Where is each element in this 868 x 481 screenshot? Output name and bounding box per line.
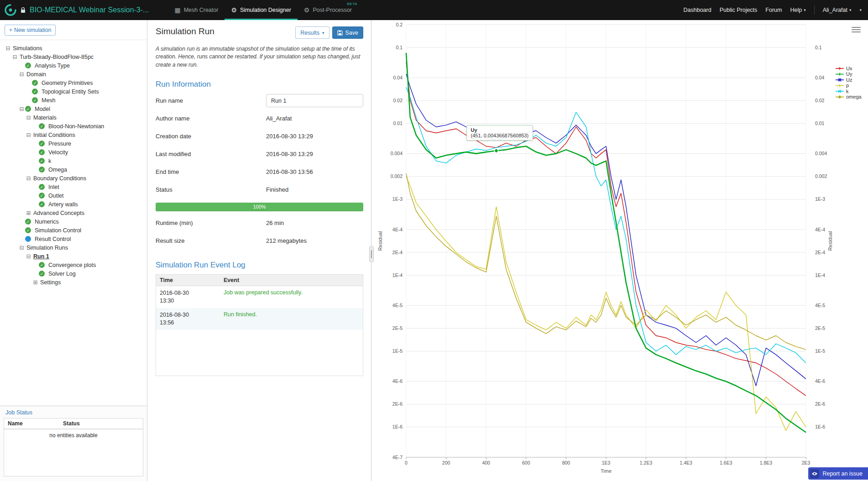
report-issue-label: Report an issue (822, 471, 863, 477)
progress-label: 100% (156, 203, 363, 211)
collapse-node-icon[interactable]: ⊟ (18, 245, 25, 251)
results-button[interactable]: Results ▾ (295, 26, 329, 39)
field-value: Ali_Arafat (266, 115, 292, 122)
field-label: Run name (156, 97, 266, 104)
svg-text:1E-6: 1E-6 (815, 424, 825, 429)
project-title[interactable]: BIO-MEDICAL Webinar Session-3-... (30, 6, 149, 14)
tree-item-pressure[interactable]: ✓Pressure (2, 139, 145, 148)
page-title: Simulation Run (156, 26, 214, 37)
tree-indent (32, 262, 39, 268)
panel-actions: Results ▾ Save (295, 26, 363, 39)
tree-item-turb-steady-bloodflow-85pc[interactable]: ⊟Turb-Steady-BloodFlow-85pc (2, 52, 145, 61)
tree-item-label: Outlet (47, 193, 65, 199)
tab-post-processor[interactable]: ⚙ Post-Processor BETA (298, 0, 358, 20)
nav-user-menu[interactable]: Ali_Arafat ▾ (823, 7, 852, 13)
tree-item-outlet[interactable]: ✓Outlet (2, 191, 145, 200)
tree-item-advanced-concepts[interactable]: ⊞Advanced Concepts (2, 209, 145, 217)
tree-item-k[interactable]: ✓k (2, 157, 145, 165)
tree-item-boundary-conditions[interactable]: ⊟Boundary Conditions (2, 174, 145, 183)
panel-resize-handle[interactable] (369, 246, 374, 262)
tree-item-mesh[interactable]: ✓Mesh (2, 96, 145, 105)
simscale-logo-icon[interactable] (5, 4, 16, 16)
svg-text:Ux: Ux (846, 66, 852, 71)
tree-item-label: Materials (32, 115, 58, 121)
simulation-tree: ⊟Simulations⊟Turb-Steady-BloodFlow-85pc … (0, 40, 147, 405)
tree-item-simulation-control[interactable]: ✓Simulation Control (2, 226, 145, 235)
field-row-creation-date: Creation date2016-08-30 13:29 (156, 127, 363, 145)
report-issue-button[interactable]: Report an issue (808, 467, 868, 480)
check-icon: ✓ (39, 271, 45, 277)
run-information-heading: Run Information (156, 80, 363, 89)
check-icon: ✓ (25, 219, 31, 225)
navbar-links: Dashboard Public Projects Forum Help ▾ A… (684, 6, 868, 14)
tree-item-topological-entity-sets[interactable]: ✓Topological Entity Sets (2, 87, 145, 96)
collapse-node-icon[interactable]: ⊟ (5, 46, 11, 51)
tree-item-analysis-type[interactable]: ✓Analysis Type (2, 61, 145, 70)
expand-node-icon[interactable]: ⊞ (32, 280, 39, 285)
check-icon: ✓ (25, 106, 31, 112)
tree-indent (32, 184, 39, 190)
collapse-node-icon[interactable]: ⊟ (25, 132, 32, 138)
new-simulation-button[interactable]: + New simulation (5, 25, 56, 36)
chart-menu-button[interactable] (852, 26, 861, 34)
check-icon: ✓ (32, 97, 38, 103)
tree-item-simulation-runs[interactable]: ⊟Simulation Runs (2, 243, 145, 252)
svg-text:0.1: 0.1 (396, 45, 403, 50)
tab-simulation-designer[interactable]: ⚙ Simulation Designer (225, 0, 297, 20)
chevron-down-icon: ▾ (322, 31, 324, 35)
tree-item-convergence-plots[interactable]: ✓Convergence plots (2, 261, 145, 269)
tree-indent (18, 236, 25, 242)
nav-help-menu[interactable]: Help ▾ (790, 7, 805, 13)
tree-item-blood-non-newtonian[interactable]: ✓Blood-Non-Newtonian (2, 122, 145, 131)
collapse-node-icon[interactable]: ⊟ (11, 54, 18, 60)
tree-item-geometry-primitives[interactable]: ✓Geometry Primitives (2, 78, 145, 87)
tree-item-velocity[interactable]: ✓Velocity (2, 148, 145, 157)
run-name-input[interactable] (266, 94, 363, 107)
tree-item-run-1[interactable]: ⊟Run 1 (2, 252, 145, 261)
tree-indent (32, 167, 39, 173)
chevron-down-icon[interactable]: ▾ (859, 8, 862, 12)
convergence-plot[interactable]: 0.20.10.10.040.040.020.020.010.010.0040.… (372, 20, 868, 481)
tree-item-label: Artery walls (47, 201, 79, 208)
nav-dashboard[interactable]: Dashboard (684, 7, 711, 13)
svg-text:1.8E3: 1.8E3 (760, 460, 773, 465)
tree-item-simulations[interactable]: ⊟Simulations (2, 44, 145, 52)
svg-text:1E-4: 1E-4 (392, 272, 403, 278)
tree-item-initial-conditions[interactable]: ⊟Initial Conditions (2, 131, 145, 139)
svg-text:0.002: 0.002 (391, 173, 403, 179)
collapse-node-icon[interactable]: ⊟ (25, 254, 32, 259)
field-label: Last modified (156, 151, 266, 157)
tree-item-inlet[interactable]: ✓Inlet (2, 183, 145, 191)
save-button[interactable]: Save (332, 26, 364, 39)
tree-item-domain[interactable]: ⊟Domain (2, 70, 145, 78)
field-value: Finished (266, 186, 288, 193)
tab-mesh-creator[interactable]: ▦ Mesh Creator (168, 0, 225, 20)
collapse-node-icon[interactable]: ⊟ (18, 72, 25, 77)
tree-item-artery-walls[interactable]: ✓Artery walls (2, 200, 145, 209)
tree-item-result-control[interactable]: Result Control (2, 235, 145, 243)
check-icon: ✓ (39, 123, 45, 129)
tree-item-solver-log[interactable]: ✓Solver Log (2, 269, 145, 278)
job-status-title: Job Status (0, 406, 147, 418)
expand-node-icon[interactable]: ⊞ (25, 210, 32, 216)
field-row-status: StatusFinished (156, 181, 363, 199)
nav-forum[interactable]: Forum (765, 7, 782, 13)
svg-text:4E-4: 4E-4 (392, 227, 403, 232)
tree-item-settings[interactable]: ⊞Settings (2, 278, 145, 287)
tree-item-model[interactable]: ⊟✓Model (2, 105, 145, 113)
tree-item-numerics[interactable]: ✓Numerics (2, 217, 145, 226)
svg-text:2E-5: 2E-5 (815, 325, 825, 331)
collapse-node-icon[interactable]: ⊟ (25, 176, 32, 181)
event-log-table: Time Event 2016-08-30 13:30Job was prepa… (156, 274, 363, 376)
check-icon: ✓ (39, 141, 45, 146)
tree-item-omega[interactable]: ✓Omega (2, 165, 145, 174)
tree-item-label: Solver Log (47, 271, 77, 277)
chevron-down-icon: ▾ (849, 8, 852, 12)
event-message: Run finished. (224, 311, 359, 318)
nav-public-projects[interactable]: Public Projects (720, 7, 758, 13)
collapse-node-icon[interactable]: ⊟ (25, 115, 32, 120)
tree-item-label: Velocity (47, 149, 69, 156)
svg-text:2E-4: 2E-4 (392, 250, 403, 255)
tree-item-materials[interactable]: ⊟Materials (2, 113, 145, 122)
collapse-node-icon[interactable]: ⊟ (18, 106, 25, 112)
